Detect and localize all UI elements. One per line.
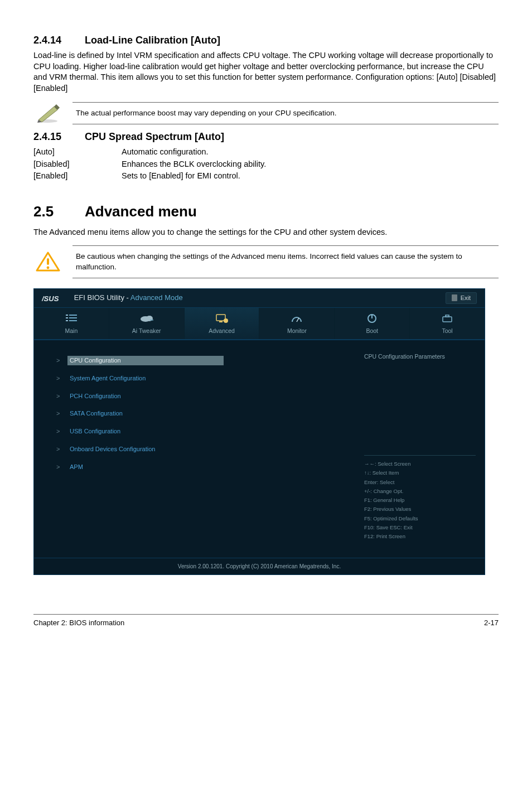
tab-boot[interactable]: Boot bbox=[335, 308, 410, 339]
section-heading-2-4-15: 2.4.15CPU Spread Spectrum [Auto] bbox=[33, 130, 499, 143]
help-key: Enter: Select bbox=[364, 479, 476, 486]
menu-label: Onboard Devices Configuration bbox=[67, 445, 157, 454]
svg-rect-9 bbox=[69, 315, 77, 316]
menu-label: APM bbox=[67, 462, 85, 472]
tab-ai-tweaker[interactable]: Ai Tweaker bbox=[109, 308, 185, 339]
svg-point-6 bbox=[47, 266, 50, 269]
menu-item-sata[interactable]: > SATA Configuration bbox=[56, 409, 346, 418]
menu-label: SATA Configuration bbox=[67, 409, 125, 418]
svg-text:/SUS: /SUS bbox=[42, 294, 59, 302]
help-key: +/-: Change Opt. bbox=[364, 487, 476, 495]
asus-logo-icon: /SUS bbox=[42, 294, 70, 302]
tab-label: Monitor bbox=[259, 327, 334, 335]
section-heading-2-5: 2.5Advanced menu bbox=[33, 202, 499, 221]
option-row: [Disabled] Enhances the BCLK overclockin… bbox=[33, 159, 499, 170]
bios-footer: Version 2.00.1201. Copyright (C) 2010 Am… bbox=[34, 558, 485, 575]
cloud-icon bbox=[109, 313, 184, 323]
bios-title-blue: Advanced Mode bbox=[130, 293, 183, 302]
list-icon bbox=[34, 313, 109, 323]
menu-item-system-agent[interactable]: > System Agent Configuration bbox=[56, 374, 346, 383]
help-key: →←: Select Screen bbox=[364, 460, 476, 468]
option-value: Automatic configuration. bbox=[122, 147, 499, 158]
svg-rect-12 bbox=[66, 320, 68, 321]
power-icon bbox=[335, 313, 409, 323]
menu-item-apm[interactable]: > APM bbox=[56, 462, 346, 472]
pencil-icon bbox=[33, 102, 62, 124]
tab-tool[interactable]: Tool bbox=[410, 308, 485, 339]
chevron-right-icon: > bbox=[56, 409, 62, 418]
tab-main[interactable]: Main bbox=[34, 308, 109, 339]
menu-item-cpu-configuration[interactable]: > CPU Configuration bbox=[56, 356, 346, 365]
section-title: Advanced menu bbox=[85, 203, 197, 220]
tab-label: Main bbox=[34, 327, 109, 335]
menu-item-onboard-devices[interactable]: > Onboard Devices Configuration bbox=[56, 445, 346, 454]
gauge-icon bbox=[259, 313, 334, 323]
svg-rect-5 bbox=[47, 258, 49, 265]
help-key: F1: General Help bbox=[364, 496, 476, 504]
menu-item-pch[interactable]: > PCH Configuration bbox=[56, 392, 346, 401]
svg-rect-18 bbox=[219, 321, 223, 322]
bios-body: > CPU Configuration > System Agent Confi… bbox=[34, 340, 485, 558]
exit-icon bbox=[452, 294, 457, 301]
svg-rect-24 bbox=[446, 315, 449, 317]
section-heading-2-4-14: 2.4.14Load-Line Calibration [Auto] bbox=[33, 33, 499, 47]
section-body: The Advanced menu items allow you to cha… bbox=[33, 227, 499, 238]
warning-icon bbox=[33, 251, 62, 273]
warning-text: Be cautious when changing the settings o… bbox=[72, 245, 499, 278]
help-divider bbox=[364, 455, 476, 456]
section-title: Load-Line Calibration [Auto] bbox=[85, 35, 220, 46]
tab-monitor[interactable]: Monitor bbox=[259, 308, 335, 339]
chevron-right-icon: > bbox=[56, 463, 62, 471]
menu-label: USB Configuration bbox=[67, 427, 123, 436]
note-box: The actual performance boost may vary de… bbox=[33, 102, 499, 124]
monitor-gear-icon bbox=[185, 313, 259, 323]
svg-rect-23 bbox=[443, 317, 452, 322]
svg-rect-8 bbox=[66, 315, 68, 316]
help-key: F12: Print Screen bbox=[364, 533, 476, 540]
menu-label: PCH Configuration bbox=[67, 392, 123, 401]
tab-advanced[interactable]: Advanced bbox=[185, 308, 260, 339]
option-row: [Enabled] Sets to [Enabled] for EMI cont… bbox=[33, 171, 499, 182]
option-key: [Enabled] bbox=[33, 171, 122, 182]
chevron-right-icon: > bbox=[56, 392, 62, 400]
footer-left: Chapter 2: BIOS information bbox=[33, 618, 124, 628]
exit-label: Exit bbox=[461, 294, 471, 302]
tab-label: Ai Tweaker bbox=[109, 327, 184, 335]
bios-title: /SUS EFI BIOS Utility - Advanced Mode bbox=[42, 293, 183, 303]
svg-line-20 bbox=[297, 318, 299, 322]
footer-right: 2-17 bbox=[484, 618, 499, 628]
help-key: F10: Save ESC: Exit bbox=[364, 524, 476, 532]
bios-tabbar: Main Ai Tweaker Advanced Monitor Boot bbox=[34, 308, 485, 340]
chevron-right-icon: > bbox=[56, 427, 62, 436]
page-footer: Chapter 2: BIOS information 2-17 bbox=[33, 614, 499, 628]
section-body: Load-line is defined by Intel VRM specif… bbox=[33, 50, 499, 94]
help-key: ↑↓: Select Item bbox=[364, 469, 476, 477]
menu-label: System Agent Configuration bbox=[67, 374, 148, 383]
bios-screenshot: /SUS EFI BIOS Utility - Advanced Mode Ex… bbox=[33, 288, 485, 576]
menu-item-usb[interactable]: > USB Configuration bbox=[56, 427, 346, 436]
tab-label: Advanced bbox=[185, 327, 259, 335]
svg-rect-11 bbox=[69, 317, 77, 318]
section-number: 2.4.15 bbox=[33, 130, 85, 143]
bios-help-panel: CPU Configuration Parameters →←: Select … bbox=[355, 340, 485, 558]
briefcase-icon bbox=[410, 313, 485, 323]
bios-title-white: EFI BIOS Utility - bbox=[74, 293, 130, 302]
help-title: CPU Configuration Parameters bbox=[364, 352, 476, 360]
chevron-right-icon: > bbox=[56, 445, 62, 453]
help-key: F5: Optimized Defaults bbox=[364, 515, 476, 523]
option-row: [Auto] Automatic configuration. bbox=[33, 147, 499, 158]
svg-rect-16 bbox=[150, 320, 153, 321]
bios-titlebar: /SUS EFI BIOS Utility - Advanced Mode Ex… bbox=[34, 289, 485, 308]
warning-box: Be cautious when changing the settings o… bbox=[33, 245, 499, 278]
option-key: [Auto] bbox=[33, 147, 122, 158]
note-text: The actual performance boost may vary de… bbox=[72, 102, 499, 124]
exit-button[interactable]: Exit bbox=[446, 292, 477, 304]
section-number: 2.5 bbox=[33, 202, 85, 221]
section-title: CPU Spread Spectrum [Auto] bbox=[85, 131, 224, 142]
help-key: F2: Previous Values bbox=[364, 505, 476, 513]
svg-point-19 bbox=[224, 318, 228, 323]
menu-label: CPU Configuration bbox=[67, 356, 224, 365]
option-value: Enhances the BCLK overclocking ability. bbox=[122, 159, 499, 170]
chevron-right-icon: > bbox=[56, 356, 62, 365]
bios-menu-panel: > CPU Configuration > System Agent Confi… bbox=[34, 340, 355, 558]
